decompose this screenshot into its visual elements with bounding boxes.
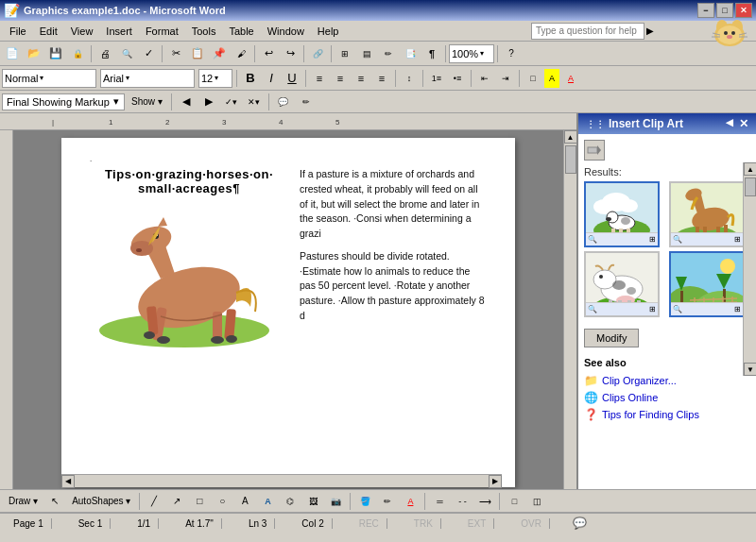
bold-button[interactable]: B	[241, 69, 260, 88]
numbering-button[interactable]: 1≡	[427, 69, 446, 88]
line-tool[interactable]: ╱	[144, 491, 164, 512]
3d-button[interactable]: ◫	[526, 491, 547, 512]
cut-button[interactable]: ✂	[165, 43, 186, 64]
save-button[interactable]: 💾	[45, 43, 66, 64]
align-right-button[interactable]: ≡	[352, 69, 370, 88]
select-pointer-button[interactable]: ↖	[44, 491, 65, 512]
textbox-tool[interactable]: A	[234, 491, 255, 512]
justify-button[interactable]: ≡	[372, 69, 391, 88]
clipart-insert-tool[interactable]: 🖼	[302, 491, 323, 512]
new-button[interactable]: 📄	[2, 43, 23, 64]
clip-thumb-1[interactable]: 🔍 ⊞	[584, 181, 660, 247]
oval-tool[interactable]: ○	[212, 491, 232, 512]
scroll-track-h[interactable]	[75, 477, 489, 486]
font-dropdown[interactable]: Arial ▾	[100, 69, 195, 88]
scroll-left-button[interactable]: ◀	[61, 475, 75, 488]
panel-close-button[interactable]: ✕	[739, 117, 748, 130]
help-search-input[interactable]	[531, 23, 644, 40]
align-left-button[interactable]: ≡	[310, 69, 329, 88]
diagram-tool[interactable]: ⌬	[280, 491, 301, 512]
border-button[interactable]: □	[524, 69, 542, 88]
clip-thumb-3[interactable]: 🔍 ⊞	[584, 251, 660, 317]
print-button[interactable]: 🖨	[94, 43, 115, 64]
panel-scroll-thumb[interactable]	[745, 178, 756, 196]
panel-scroll-down[interactable]: ▼	[744, 363, 756, 376]
spellcheck-button[interactable]: ✓	[138, 43, 159, 64]
track-changes-button[interactable]: ✏	[296, 92, 317, 112]
vertical-scrollbar[interactable]: ▲	[563, 130, 576, 489]
copy-button[interactable]: 📋	[187, 43, 208, 64]
markup-dropdown[interactable]: Final Showing Markup ▾	[2, 93, 125, 110]
menu-table[interactable]: Table	[223, 24, 259, 39]
document-scroll[interactable]: · Tips·on·grazing·horses·on·small·acreag…	[13, 130, 563, 489]
decrease-indent-button[interactable]: ⇤	[475, 69, 494, 88]
modify-button[interactable]: Modify	[584, 329, 639, 347]
underline-button[interactable]: U	[283, 69, 301, 88]
arrow-style-button[interactable]: ⟶	[474, 491, 495, 512]
columns-button[interactable]: ▤	[356, 43, 377, 64]
menu-insert[interactable]: Insert	[100, 24, 138, 39]
tips-finding-clips-link[interactable]: ❓ Tips for Finding Clips	[584, 406, 750, 423]
menu-format[interactable]: Format	[140, 24, 184, 39]
shadow-button[interactable]: □	[504, 491, 524, 512]
font-color-button[interactable]: A	[561, 69, 580, 88]
menu-edit[interactable]: Edit	[34, 24, 63, 39]
scroll-thumb[interactable]	[565, 145, 576, 174]
doc-map-button[interactable]: 📑	[400, 43, 421, 64]
panel-controls[interactable]: ◀ ✕	[726, 117, 748, 130]
open-button[interactable]: 📂	[24, 43, 44, 64]
drawing-button[interactable]: ✏	[378, 43, 399, 64]
zoom-dropdown[interactable]: 100% ▾	[449, 44, 494, 63]
fill-color-button[interactable]: 🪣	[354, 491, 375, 512]
reject-change-button[interactable]: ✕▾	[244, 92, 265, 112]
menu-view[interactable]: View	[65, 24, 99, 39]
size-dropdown[interactable]: 12 ▾	[198, 69, 232, 88]
align-center-button[interactable]: ≡	[331, 69, 350, 88]
font-color-draw-button[interactable]: A	[400, 491, 421, 512]
panel-back-nav-button[interactable]	[584, 140, 605, 161]
clip-organizer-link[interactable]: 📁 Clip Organizer...	[584, 372, 750, 389]
next-change-button[interactable]: ▶	[198, 92, 219, 112]
clip-thumb-4[interactable]: 🔍 ⊞	[669, 251, 745, 317]
menu-help[interactable]: Help	[312, 24, 345, 39]
print-preview-button[interactable]: 🔍	[116, 43, 137, 64]
table-button[interactable]: ⊞	[335, 43, 355, 64]
panel-back-button[interactable]: ◀	[726, 117, 733, 130]
rectangle-tool[interactable]: □	[189, 491, 210, 512]
wordart-tool[interactable]: A	[257, 491, 278, 512]
permission-button[interactable]: 🔒	[67, 43, 88, 64]
highlight-button[interactable]: A	[544, 69, 559, 88]
bullets-button[interactable]: •≡	[448, 69, 467, 88]
menu-window[interactable]: Window	[262, 24, 310, 39]
menu-file[interactable]: File	[4, 24, 32, 39]
italic-button[interactable]: I	[262, 69, 281, 88]
scroll-up-button[interactable]: ▲	[564, 130, 577, 144]
new-comment-button[interactable]: 💬	[273, 92, 294, 112]
image-insert-tool[interactable]: 📷	[325, 491, 346, 512]
accept-change-button[interactable]: ✓▾	[221, 92, 242, 112]
draw-dropdown-button[interactable]: Draw ▾	[4, 491, 43, 512]
clip-thumb-2[interactable]: 🔍 ⊞	[669, 181, 745, 247]
line-spacing-button[interactable]: ↕	[400, 69, 419, 88]
autoshapes-dropdown-button[interactable]: AutoShapes ▾	[67, 491, 135, 512]
line-color-button[interactable]: ✏	[377, 491, 398, 512]
horizontal-scrollbar[interactable]: ◀ ▶	[61, 474, 502, 487]
style-dropdown[interactable]: Normal ▾	[2, 69, 96, 88]
help-button[interactable]: ?	[501, 43, 522, 64]
format-painter-button[interactable]: 🖌	[231, 43, 251, 64]
show-dropdown[interactable]: Show ▾	[127, 92, 167, 112]
prev-change-button[interactable]: ◀	[176, 92, 197, 112]
help-search-icon[interactable]: ▶	[646, 25, 654, 36]
hyperlink-button[interactable]: 🔗	[307, 43, 328, 64]
panel-scroll-up[interactable]: ▲	[744, 162, 756, 176]
line-style-button[interactable]: ═	[429, 491, 450, 512]
menu-tools[interactable]: Tools	[186, 24, 222, 39]
arrow-tool[interactable]: ↗	[166, 491, 187, 512]
redo-button[interactable]: ↪	[280, 43, 301, 64]
increase-indent-button[interactable]: ⇥	[496, 69, 515, 88]
show-hide-button[interactable]: ¶	[421, 43, 442, 64]
scroll-right-button[interactable]: ▶	[489, 475, 502, 488]
dash-style-button[interactable]: - -	[452, 491, 472, 512]
clips-online-link[interactable]: 🌐 Clips Online	[584, 389, 750, 406]
panel-scroll-track[interactable]: ▲ ▼	[743, 162, 756, 376]
